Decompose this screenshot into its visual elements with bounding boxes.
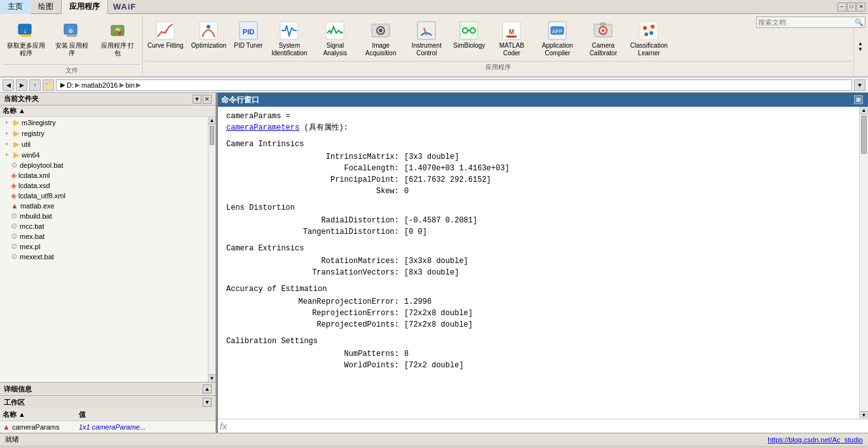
prop-name: TangentialDistortion: — [226, 226, 404, 238]
scroll-up-arrow[interactable]: ▲ — [208, 117, 215, 125]
prop-name: TranslationVectors: — [226, 267, 404, 278]
scroll-thumb[interactable] — [210, 126, 214, 145]
svg-point-17 — [379, 29, 383, 32]
signal-analysis-button[interactable]: Signal Analysis — [313, 18, 357, 60]
prop-value: 0 — [404, 186, 409, 197]
get-more-apps-button[interactable]: ↓ 获取更多应用 程序 — [4, 18, 48, 60]
svg-text:APP: APP — [552, 29, 562, 34]
svg-rect-27 — [506, 36, 517, 37]
install-apps-button[interactable]: ⊕ 安装 应用程序 — [50, 18, 94, 60]
prop-name: RadialDistortion: — [226, 215, 404, 226]
file-name: mcc.bat — [20, 222, 44, 230]
workspace-expand-btn[interactable]: ▼ — [203, 398, 212, 407]
addr-path-d[interactable]: D: — [67, 81, 74, 89]
ws-col-value: 值 — [79, 410, 86, 419]
ws-var-name[interactable]: cameraParams — [12, 423, 60, 431]
folder-panel-expand-btn[interactable]: ▼ — [193, 95, 201, 104]
file-item[interactable]: ◈ lcdata.xml — [0, 170, 215, 180]
folder-icon: ▶ — [13, 128, 20, 138]
addr-path-bin[interactable]: bin — [126, 81, 135, 89]
restore-btn[interactable]: □ — [847, 3, 856, 11]
cmd-scroll-down[interactable]: ▼ — [860, 411, 868, 419]
status-link[interactable]: https://blog.csdn.net/Ac_studio — [768, 436, 863, 444]
prop-name: NumPatterns: — [226, 348, 404, 360]
curve-fitting-button[interactable]: Curve Fitting — [144, 18, 187, 52]
file-col-name: 名称 ▲ — [3, 106, 213, 116]
addr-path-icon: ▶ — [60, 81, 65, 88]
prop-name: RotationMatrices: — [226, 255, 404, 267]
camera-cal-button[interactable]: Camera Calibrator — [581, 18, 625, 60]
file-xsd-icon: ◈ — [11, 181, 17, 190]
system-id-button[interactable]: System Identification — [267, 18, 311, 60]
prop-value: [-0.4587 0.2081] — [404, 215, 477, 226]
addr-dropdown-btn[interactable]: ▼ — [854, 79, 865, 91]
prop-value: [0 0] — [404, 226, 427, 238]
package-apps-label: 应用程序 打包 — [98, 42, 137, 57]
minimize-btn[interactable]: ─ — [837, 3, 846, 11]
panel-divider[interactable] — [216, 93, 218, 433]
svg-point-33 — [602, 29, 604, 32]
file-item[interactable]: + ▶ win64 — [0, 149, 215, 160]
section-heading-4: Calibration Settings — [226, 336, 850, 347]
section-heading-2: Camera Extrinsics — [226, 243, 850, 254]
optimization-button[interactable]: Optimization — [188, 18, 230, 52]
matlab-coder-button[interactable]: M MATLAB Coder — [489, 18, 534, 60]
prop-name: MeanReprojectionError: — [226, 296, 404, 308]
cmd-link[interactable]: cameraParameters — [226, 123, 299, 132]
bat-icon2: ⚙ — [11, 222, 18, 231]
svg-text:M: M — [509, 29, 514, 36]
search-input[interactable] — [758, 17, 853, 27]
prop-name: PrincipalPoint: — [226, 174, 404, 186]
file-item[interactable]: ◈ lcdata_utf8.xml — [0, 191, 215, 201]
file-item[interactable]: + ▶ util — [0, 139, 215, 149]
file-item[interactable]: ⚙ mbuild.bat — [0, 211, 215, 221]
bat-icon3: ⚙ — [11, 232, 18, 241]
var-icon: ▲ — [3, 423, 10, 431]
tab-plot[interactable]: 绘图 — [31, 0, 61, 14]
browse-btn[interactable]: 📁 — [43, 79, 54, 91]
close-btn[interactable]: ✕ — [857, 3, 865, 11]
cmd-scroll-thumb[interactable] — [861, 116, 867, 154]
simbiology-button[interactable]: SimBiology — [450, 18, 488, 52]
signal-analysis-label: Signal Analysis — [316, 42, 354, 57]
file-item[interactable]: + ▶ registry — [0, 128, 215, 139]
fx-label: fx — [220, 421, 227, 431]
scroll-down-arrow[interactable]: ▼ — [208, 374, 215, 382]
nav-forward-btn[interactable]: ▶ — [16, 79, 27, 91]
section-heading-0: Camera Intrinsics — [226, 139, 850, 150]
tab-apps[interactable]: 应用程序 — [61, 0, 108, 15]
prop-name: ReprojectedPoints: — [226, 319, 404, 330]
tab-home[interactable]: 主页 — [0, 0, 31, 14]
ws-var-value: 1x1 cameraParame... — [79, 423, 146, 431]
nav-up-btn[interactable]: ↑ — [29, 79, 41, 91]
get-more-apps-label: 获取更多应用 程序 — [7, 42, 45, 57]
prop-name: WorldPoints: — [226, 360, 404, 371]
package-apps-button[interactable]: 📦 应用程序 打包 — [95, 18, 140, 60]
file-item[interactable]: ◈ lcdata.xsd — [0, 180, 215, 191]
instrument-ctrl-button[interactable]: Instrument Control — [404, 18, 449, 60]
addr-path-matlab[interactable]: matlab2016 — [81, 81, 118, 89]
search-icon[interactable]: 🔍 — [855, 18, 864, 27]
pid-tuner-button[interactable]: PID PID Tuner — [231, 18, 266, 52]
prop-value: 8 — [404, 348, 409, 360]
svg-point-20 — [425, 33, 428, 36]
cmd-scroll-up[interactable]: ▲ — [860, 107, 868, 114]
prop-name: Skew: — [226, 186, 404, 197]
app-compiler-button[interactable]: APP Application Compiler — [535, 18, 580, 60]
cmd-expand-btn[interactable]: ⊞ — [854, 95, 863, 104]
class-learner-button[interactable]: Classification Learner — [627, 18, 671, 60]
file-name: util — [22, 140, 31, 148]
nav-back-btn[interactable]: ◀ — [3, 79, 14, 91]
file-item[interactable]: ⚙ mex.bat — [0, 231, 215, 241]
file-item[interactable]: ⚙ mexext.bat — [0, 252, 215, 262]
file-item[interactable]: ⚙ deploytool.bat — [0, 160, 215, 170]
file-name: mex.bat — [20, 233, 44, 240]
file-item[interactable]: ▲ matlab.exe — [0, 201, 215, 211]
file-item[interactable]: ⚙ mex.pl — [0, 241, 215, 252]
detail-expand-btn[interactable]: ▲ — [203, 384, 212, 393]
image-acq-label: Image Acquisition — [362, 42, 400, 57]
image-acq-button[interactable]: Image Acquisition — [358, 18, 403, 60]
file-item[interactable]: ⚙ mcc.bat — [0, 221, 215, 231]
file-item[interactable]: + ▶ m3iregistry — [0, 117, 215, 128]
folder-panel-close-btn[interactable]: ✕ — [203, 95, 212, 104]
